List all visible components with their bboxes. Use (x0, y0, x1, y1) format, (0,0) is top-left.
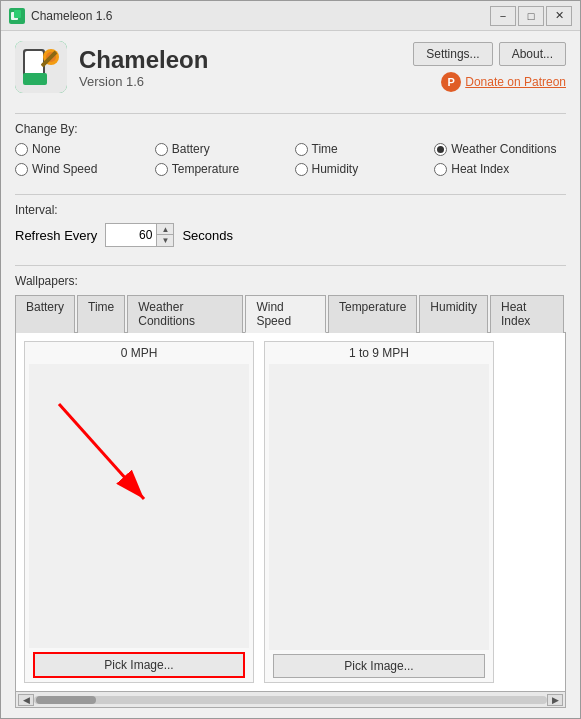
tab-heat-index[interactable]: Heat Index (490, 295, 564, 333)
title-bar-text: Chameleon 1.6 (31, 9, 490, 23)
scrollbar-thumb[interactable] (36, 696, 96, 704)
radio-battery-input[interactable] (155, 143, 168, 156)
divider-3 (15, 265, 566, 266)
wallpapers-label: Wallpapers: (15, 274, 566, 288)
change-by-label: Change By: (15, 122, 566, 136)
scrollbar-right-arrow[interactable]: ▶ (547, 694, 563, 706)
minimize-button[interactable]: − (490, 6, 516, 26)
tabs-bar: Battery Time Weather Conditions Wind Spe… (15, 294, 566, 333)
wallpaper-label-1to9mph: 1 to 9 MPH (349, 346, 409, 360)
title-bar: Chameleon 1.6 − □ ✕ (1, 1, 580, 31)
radio-wind-speed-input[interactable] (15, 163, 28, 176)
radio-heat-index[interactable]: Heat Index (434, 162, 566, 176)
radio-humidity[interactable]: Humidity (295, 162, 427, 176)
scrollbar-track[interactable] (34, 696, 547, 704)
svg-rect-5 (25, 51, 43, 75)
radio-none-label: None (32, 142, 61, 156)
seconds-label: Seconds (182, 228, 233, 243)
patreon-link[interactable]: P Donate on Patreon (441, 72, 566, 92)
pick-image-button-1to9mph[interactable]: Pick Image... (273, 654, 485, 678)
radio-weather-conditions[interactable]: Weather Conditions (434, 142, 566, 156)
radio-time-label: Time (312, 142, 338, 156)
radio-time[interactable]: Time (295, 142, 427, 156)
app-info: Chameleon Version 1.6 (15, 41, 208, 93)
patreon-label: Donate on Patreon (465, 75, 566, 89)
spin-buttons: ▲ ▼ (156, 224, 173, 246)
wallpapers-panel: 0 MPH Pick Image... (15, 333, 566, 708)
main-window: Chameleon 1.6 − □ ✕ (0, 0, 581, 719)
close-button[interactable]: ✕ (546, 6, 572, 26)
wallpaper-cell-1to9mph: 1 to 9 MPH Pick Image... (264, 341, 494, 683)
wallpapers-scrollbar[interactable]: ◀ ▶ (16, 691, 565, 707)
arrow-icon (49, 394, 169, 524)
scrollbar-left-arrow[interactable]: ◀ (18, 694, 34, 706)
app-title-block: Chameleon Version 1.6 (79, 46, 208, 89)
radio-none-input[interactable] (15, 143, 28, 156)
radio-wind-speed[interactable]: Wind Speed (15, 162, 147, 176)
radio-time-input[interactable] (295, 143, 308, 156)
settings-button[interactable]: Settings... (413, 42, 492, 66)
title-bar-controls: − □ ✕ (490, 6, 572, 26)
tab-temperature[interactable]: Temperature (328, 295, 417, 333)
radio-none[interactable]: None (15, 142, 147, 156)
header-top-btns: Settings... About... (413, 42, 566, 66)
divider-1 (15, 113, 566, 114)
header-section: Chameleon Version 1.6 Settings... About.… (15, 41, 566, 93)
svg-rect-2 (14, 10, 21, 18)
wallpaper-image-0mph[interactable] (29, 364, 249, 648)
app-name: Chameleon (79, 46, 208, 74)
change-by-group: None Battery Time Weather Conditions Win… (15, 142, 566, 176)
radio-heat-index-label: Heat Index (451, 162, 509, 176)
main-content: Chameleon Version 1.6 Settings... About.… (1, 31, 580, 718)
maximize-button[interactable]: □ (518, 6, 544, 26)
interval-input-wrap: ▲ ▼ (105, 223, 174, 247)
app-icon (15, 41, 67, 93)
tab-wind-speed[interactable]: Wind Speed (245, 295, 326, 333)
header-buttons: Settings... About... P Donate on Patreon (413, 42, 566, 92)
tab-weather-conditions[interactable]: Weather Conditions (127, 295, 243, 333)
app-version: Version 1.6 (79, 74, 208, 89)
patreon-icon: P (441, 72, 461, 92)
radio-temperature-label: Temperature (172, 162, 239, 176)
radio-wind-speed-label: Wind Speed (32, 162, 97, 176)
radio-heat-index-input[interactable] (434, 163, 447, 176)
radio-weather-conditions-label: Weather Conditions (451, 142, 556, 156)
radio-temperature-input[interactable] (155, 163, 168, 176)
refresh-every-label: Refresh Every (15, 228, 97, 243)
about-button[interactable]: About... (499, 42, 566, 66)
svg-line-11 (59, 404, 144, 499)
spin-up-button[interactable]: ▲ (157, 224, 173, 235)
svg-rect-6 (23, 73, 47, 85)
wallpapers-grid[interactable]: 0 MPH Pick Image... (16, 333, 565, 691)
radio-temperature[interactable]: Temperature (155, 162, 287, 176)
interval-label: Interval: (15, 203, 566, 217)
interval-input[interactable] (106, 224, 156, 246)
wallpaper-image-1to9mph[interactable] (269, 364, 489, 650)
tab-battery[interactable]: Battery (15, 295, 75, 333)
wallpaper-label-0mph: 0 MPH (121, 346, 158, 360)
radio-battery-label: Battery (172, 142, 210, 156)
radio-battery[interactable]: Battery (155, 142, 287, 156)
title-bar-icon (9, 8, 25, 24)
pick-image-button-0mph[interactable]: Pick Image... (33, 652, 245, 678)
tab-humidity[interactable]: Humidity (419, 295, 488, 333)
radio-humidity-input[interactable] (295, 163, 308, 176)
interval-section: Refresh Every ▲ ▼ Seconds (15, 223, 566, 247)
radio-humidity-label: Humidity (312, 162, 359, 176)
radio-weather-conditions-input[interactable] (434, 143, 447, 156)
tab-time[interactable]: Time (77, 295, 125, 333)
wallpaper-cell-0mph: 0 MPH Pick Image... (24, 341, 254, 683)
spin-down-button[interactable]: ▼ (157, 235, 173, 246)
divider-2 (15, 194, 566, 195)
